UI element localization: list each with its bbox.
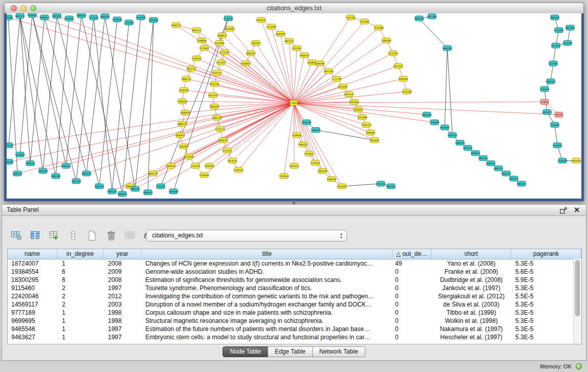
table-cell[interactable]: 19384554 xyxy=(8,268,57,276)
table-cell[interactable]: 5.3E-5 xyxy=(511,284,581,292)
network-node[interactable]: 1495754 xyxy=(361,122,371,127)
network-node[interactable]: 1924502 xyxy=(168,189,178,194)
network-node[interactable]: 1664784 xyxy=(414,16,424,21)
table-cell[interactable]: 1 xyxy=(57,333,103,341)
network-node[interactable]: 1875753 xyxy=(393,63,403,69)
network-node[interactable]: 1905184 xyxy=(422,112,431,117)
network-node[interactable]: 1237304 xyxy=(184,154,193,159)
table-cell[interactable]: 1998 xyxy=(103,309,142,317)
table-cell[interactable]: 0 xyxy=(393,292,431,300)
network-edge[interactable] xyxy=(112,23,129,191)
network-edge[interactable] xyxy=(204,103,294,175)
tab-network-table[interactable]: Network Table xyxy=(312,346,365,357)
table-cell[interactable]: 5.3E-5 xyxy=(511,259,581,268)
network-node[interactable]: 1725273 xyxy=(215,126,225,132)
column-header-0[interactable]: name xyxy=(8,249,57,259)
network-node[interactable]: 1626151 xyxy=(299,53,309,58)
table-cell[interactable]: Franke et al. (2009) xyxy=(431,268,511,276)
network-edge[interactable] xyxy=(32,15,76,181)
network-node[interactable]: 2208058 xyxy=(197,38,206,43)
network-node[interactable]: 1153409 xyxy=(429,120,439,125)
network-node[interactable]: 1830022 xyxy=(180,110,190,115)
network-node[interactable]: 1664784 xyxy=(442,46,452,51)
network-node[interactable]: 1845322 xyxy=(542,110,552,115)
network-node[interactable]: 1853104 xyxy=(148,17,158,23)
table-cell[interactable]: 9699695 xyxy=(8,317,57,325)
network-node[interactable]: 1759147 xyxy=(191,56,201,61)
network-node[interactable]: 1656312 xyxy=(175,133,185,138)
network-node[interactable]: 1905131 xyxy=(7,143,14,148)
table-cell[interactable]: de Silva et al. (2003) xyxy=(431,300,511,309)
table-cell[interactable]: 0 xyxy=(393,276,431,284)
network-node[interactable]: 1924502 xyxy=(337,184,346,189)
network-node[interactable]: 1763464 xyxy=(199,172,209,178)
network-node[interactable]: 1227341 xyxy=(548,61,558,66)
table-cell[interactable]: 2 xyxy=(57,300,103,309)
network-node[interactable]: 1905874 xyxy=(143,190,153,195)
table-row[interactable]: 946554611997Estimation of the future num… xyxy=(8,325,581,333)
network-node[interactable]: 1007917 xyxy=(251,40,260,46)
import-table-icon[interactable] xyxy=(123,229,137,242)
network-edge[interactable] xyxy=(419,18,447,48)
network-edge[interactable] xyxy=(445,48,447,127)
network-node[interactable]: 1845352 xyxy=(386,184,396,189)
table-cell[interactable]: 49 xyxy=(393,259,431,268)
network-node[interactable]: 1125471 xyxy=(310,160,320,165)
network-node[interactable]: 1575105 xyxy=(388,51,398,56)
network-node[interactable]: 1570234 xyxy=(223,16,233,21)
network-edge[interactable] xyxy=(294,21,364,103)
table-row[interactable]: 1830029562008Estimation of significance … xyxy=(8,276,581,284)
network-node[interactable]: 1830171 xyxy=(15,13,25,18)
close-panel-icon[interactable]: ✕ xyxy=(574,205,580,215)
network-node[interactable]: 1913141 xyxy=(227,158,237,163)
network-node[interactable]: 2068017 xyxy=(217,33,227,38)
network-edge[interactable] xyxy=(43,103,294,171)
table-row[interactable]: 1872400712008Changes of HCN gene express… xyxy=(8,259,581,268)
network-node[interactable]: 1973453 xyxy=(551,43,560,48)
close-window-button[interactable] xyxy=(11,5,17,11)
network-edge[interactable] xyxy=(76,17,94,181)
table-cell[interactable]: 0 xyxy=(393,309,431,317)
network-node[interactable]: 1906717 xyxy=(181,76,191,81)
network-edge[interactable] xyxy=(57,16,294,103)
column-header-1[interactable]: in_degree xyxy=(57,249,103,259)
network-node[interactable]: 1963514 xyxy=(76,13,86,18)
table-cell[interactable]: 22420046 xyxy=(8,292,57,300)
network-node[interactable]: 1830131 xyxy=(12,171,22,176)
table-row[interactable]: 911546021997Tourette syndrome. Phenomeno… xyxy=(8,284,581,292)
table-cell[interactable]: 5.9E-5 xyxy=(511,276,581,284)
network-node[interactable]: 1963145 xyxy=(38,168,48,173)
network-node[interactable]: 1425712 xyxy=(212,70,222,75)
network-node[interactable]: 1905795 xyxy=(51,173,60,179)
table-cell[interactable]: 0 xyxy=(393,325,431,333)
network-node[interactable]: 1905197 xyxy=(71,179,81,184)
network-node[interactable]: 1606170 xyxy=(171,23,181,28)
table-cell[interactable]: 2008 xyxy=(103,259,142,268)
network-edge[interactable] xyxy=(105,16,135,189)
network-node[interactable]: 1154332 xyxy=(550,122,559,127)
table-cell[interactable]: 1997 xyxy=(103,333,142,341)
network-node[interactable]: 1679197 xyxy=(440,125,449,130)
table-cell[interactable]: Structural magnetic resonance image aver… xyxy=(142,317,393,325)
network-node[interactable]: 1154409 xyxy=(402,89,411,94)
table-cell[interactable]: 6 xyxy=(57,268,103,276)
float-panel-icon[interactable] xyxy=(560,207,568,213)
network-node[interactable]: 1763544 xyxy=(233,167,243,172)
show-columns-icon[interactable] xyxy=(29,229,42,242)
table-cell[interactable]: 5.6E-5 xyxy=(511,268,581,276)
table-cell[interactable]: 5.3E-5 xyxy=(511,333,581,341)
network-node[interactable]: 1853402 xyxy=(565,25,575,30)
table-cell[interactable]: 9465546 xyxy=(8,325,57,333)
network-node[interactable]: 1210345 xyxy=(552,143,562,148)
network-edge[interactable] xyxy=(20,16,43,171)
column-header-6[interactable]: pagerank xyxy=(511,249,581,259)
network-node[interactable]: 2560451 xyxy=(61,163,71,168)
network-node[interactable]: 1845343 xyxy=(546,79,555,84)
network-node[interactable]: 1763441 xyxy=(204,163,214,168)
tab-node-table[interactable]: Node Table xyxy=(223,346,268,357)
network-node[interactable]: 1654012 xyxy=(369,138,379,143)
network-node[interactable]: 1644304 xyxy=(136,15,145,20)
network-node[interactable]: 1759144 xyxy=(279,173,289,179)
network-node[interactable]: 1896757 xyxy=(177,121,187,126)
new-file-icon[interactable] xyxy=(85,229,99,242)
